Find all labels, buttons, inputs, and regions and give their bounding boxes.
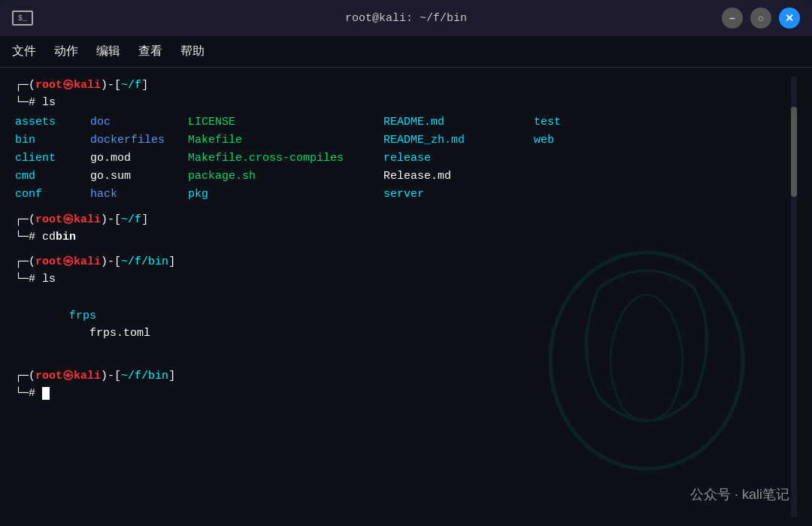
prompt-line-4: ┌ ─ (root㉿kali)-[~/f/bin] xyxy=(15,367,788,385)
prompt-hash-dash-4: ─ xyxy=(22,385,29,402)
window-controls: – ○ ✕ xyxy=(722,8,800,29)
prompt-host-2: kali xyxy=(74,211,101,228)
prompt-corner-1: ┌ xyxy=(15,77,22,94)
ls-item-empty5 xyxy=(534,186,609,204)
scrollbar-thumb[interactable] xyxy=(791,107,797,197)
ls-item-assets: assets xyxy=(15,113,90,132)
terminal-window: $_ root@kali: ~/f/bin – ○ ✕ 文件 动作 编辑 查看 … xyxy=(0,0,812,526)
prompt-hash-char-1: # xyxy=(29,94,35,111)
ls-item-makefile: Makefile xyxy=(188,132,383,150)
prompt-hash-char-3: # xyxy=(29,271,35,288)
title-bar: $_ root@kali: ~/f/bin – ○ ✕ xyxy=(0,0,812,36)
prompt-corner-4: ┌ xyxy=(15,367,22,385)
ls-frps: frps xyxy=(69,310,96,322)
menu-bar: 文件 动作 编辑 查看 帮助 xyxy=(0,36,812,68)
prompt-root-4: root xyxy=(35,367,62,385)
cursor xyxy=(42,387,50,400)
prompt-path-2: ~/f xyxy=(121,211,141,228)
ls-item-packagesh: package.sh xyxy=(188,168,383,186)
prompt-hash-4: └ ─ # xyxy=(15,385,788,402)
prompt-line-1: ┌ ─ (root㉿kali)-[~/f] xyxy=(15,77,788,94)
prompt-root-3: root xyxy=(35,253,62,271)
prompt-close-1: ) xyxy=(101,77,108,94)
prompt-line-3: ┌ ─ (root㉿kali)-[~/f/bin] xyxy=(15,253,788,271)
prompt-corner-3: ┌ xyxy=(15,253,22,271)
prompt-corner-2: ┌ xyxy=(15,211,22,228)
prompt-dash2-1: -[ xyxy=(108,77,121,94)
prompt-block-3: ┌ ─ (root㉿kali)-[~/f/bin] └ ─ # ls xyxy=(15,253,788,289)
prompt-open-1: ( xyxy=(29,77,35,94)
prompt-corner-bottom-1: └ xyxy=(15,94,22,111)
prompt-cmd-2b: bin xyxy=(56,228,76,246)
prompt-dash4a: ─ xyxy=(22,367,29,385)
ls-item-doc: doc xyxy=(90,113,188,132)
ls-item-gomod: go.mod xyxy=(90,150,188,168)
prompt-dash2a: ─ xyxy=(22,211,29,228)
prompt-block-2: ┌ ─ (root㉿kali)-[~/f] └ ─ # cd bin xyxy=(15,211,788,246)
ls-item-conf: conf xyxy=(15,186,90,204)
prompt-hash-dash-3: ─ xyxy=(22,271,29,288)
watermark-text: 公众号 · kali笔记 xyxy=(690,485,789,503)
ls-item-bin: bin xyxy=(15,132,90,150)
window-title: root@kali: ~/f/bin xyxy=(345,12,467,25)
ls-item-hack: hack xyxy=(90,186,188,204)
prompt-root-1: root xyxy=(35,77,62,94)
prompt-dash3a: ─ xyxy=(22,253,29,271)
menu-help[interactable]: 帮助 xyxy=(180,44,205,59)
prompt-hash-char-2: # xyxy=(29,228,35,246)
ls-item-pkg: pkg xyxy=(188,186,383,204)
terminal-content: ┌ ─ (root㉿kali)-[~/f] └ ─ # ls assets do… xyxy=(15,77,788,517)
terminal-icon-label: $_ xyxy=(18,14,27,23)
terminal-body: ┌ ─ (root㉿kali)-[~/f] └ ─ # ls assets do… xyxy=(0,68,812,526)
menu-action[interactable]: 动作 xyxy=(54,44,78,59)
prompt-dash2-4: -[ xyxy=(108,367,121,385)
ls-grid-1: assets doc LICENSE README.md test bin do… xyxy=(15,113,788,204)
prompt-cmd-1: ls xyxy=(42,94,56,111)
prompt-dash2-3: -[ xyxy=(108,253,121,271)
prompt-at-4: ㉿ xyxy=(62,367,74,385)
prompt-host-1: kali xyxy=(74,77,101,94)
ls-item-releasemd: Release.md xyxy=(383,168,534,186)
menu-file[interactable]: 文件 xyxy=(12,44,36,59)
ls-item-license: LICENSE xyxy=(188,113,383,132)
prompt-hash-3: └ ─ # ls xyxy=(15,271,788,288)
ls-frps-toml: frps.toml xyxy=(69,327,150,340)
prompt-root-2: root xyxy=(35,211,62,228)
prompt-dash2-2: -[ xyxy=(108,211,121,228)
prompt-hash-char-4: # xyxy=(29,385,35,402)
prompt-cmd-2a: cd xyxy=(42,228,56,246)
close-button[interactable]: ✕ xyxy=(779,8,800,29)
prompt-line-2: ┌ ─ (root㉿kali)-[~/f] xyxy=(15,211,788,228)
minimize-button[interactable]: – xyxy=(722,8,743,29)
prompt-open-4: ( xyxy=(29,367,35,385)
prompt-at-3: ㉿ xyxy=(62,253,74,271)
scrollbar[interactable] xyxy=(791,77,797,517)
prompt-open-2: ( xyxy=(29,211,35,228)
prompt-hash-1: └ ─ # ls xyxy=(15,94,788,111)
prompt-dash-1: ─ xyxy=(22,77,29,94)
prompt-close-4: ) xyxy=(101,367,108,385)
prompt-at-2: ㉿ xyxy=(62,211,74,228)
ls-item-readme-zh: README_zh.md xyxy=(383,132,534,150)
prompt-cmd-3: ls xyxy=(42,271,56,288)
ls-output-1: assets doc LICENSE README.md test bin do… xyxy=(15,113,788,204)
prompt-hash-2: └ ─ # cd bin xyxy=(15,228,788,246)
prompt-host-3: kali xyxy=(74,253,101,271)
prompt-at-1: ㉿ xyxy=(62,77,74,94)
prompt-block-4: ┌ ─ (root㉿kali)-[~/f/bin] └ ─ # xyxy=(15,367,788,403)
prompt-bracket-close-1: ] xyxy=(141,77,148,94)
maximize-button[interactable]: ○ xyxy=(750,8,771,29)
prompt-corner-bottom-3: └ xyxy=(15,271,22,288)
prompt-close-2: ) xyxy=(101,211,108,228)
menu-view[interactable]: 查看 xyxy=(138,44,162,59)
ls-item-server: server xyxy=(383,186,534,204)
prompt-path-4: ~/f/bin xyxy=(121,367,168,385)
prompt-corner-bottom-2: └ xyxy=(15,228,22,246)
ls-item-makefile-cross: Makefile.cross-compiles xyxy=(188,150,383,168)
ls-item-gosum: go.sum xyxy=(90,168,188,186)
prompt-path-1: ~/f xyxy=(121,77,141,94)
ls-item-empty4 xyxy=(534,168,609,186)
title-bar-left: $_ xyxy=(12,11,33,26)
menu-edit[interactable]: 编辑 xyxy=(96,44,120,59)
prompt-hash-symbol-1: ─ xyxy=(22,94,29,111)
